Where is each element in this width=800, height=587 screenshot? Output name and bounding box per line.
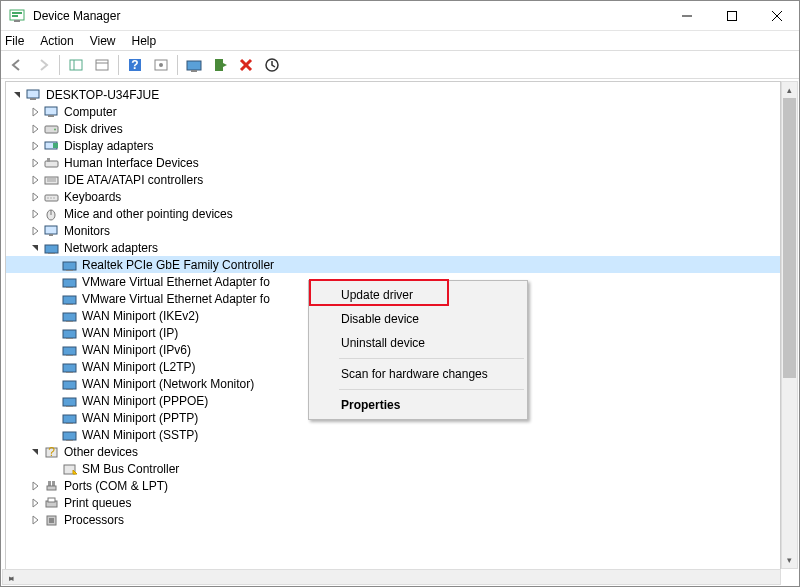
tree-category-keyboards[interactable]: Keyboards — [6, 188, 780, 205]
other-child-icon — [62, 462, 78, 476]
svg-rect-59 — [63, 381, 76, 389]
action-button[interactable] — [149, 53, 173, 77]
expand-icon[interactable] — [28, 156, 42, 170]
expand-icon[interactable] — [28, 139, 42, 153]
tree-category-computer[interactable]: Computer — [6, 103, 780, 120]
network-icon — [44, 241, 60, 255]
monitors-icon — [44, 224, 60, 238]
tree-item-label: DESKTOP-U34FJUE — [46, 88, 159, 102]
svg-rect-46 — [66, 270, 73, 271]
ctx-uninstall-device[interactable]: Uninstall device — [311, 331, 525, 355]
scroll-up-arrow[interactable]: ▴ — [782, 82, 797, 98]
scroll-right-arrow[interactable]: ▸ — [3, 570, 19, 586]
tree-category-hid[interactable]: Human Interface Devices — [6, 154, 780, 171]
svg-rect-57 — [63, 364, 76, 372]
vertical-scrollbar[interactable]: ▴ ▾ — [781, 81, 798, 569]
update-driver-button[interactable] — [182, 53, 206, 77]
ctx-label: Uninstall device — [341, 336, 425, 350]
tree-category-disk-drives[interactable]: Disk drives — [6, 120, 780, 137]
expander-spacer — [46, 394, 60, 408]
tree-category-print-queues[interactable]: Print queues — [6, 494, 780, 511]
tree-device-other-0[interactable]: SM Bus Controller — [6, 460, 780, 477]
collapse-icon[interactable] — [28, 241, 42, 255]
svg-rect-17 — [191, 70, 197, 72]
minimize-button[interactable] — [664, 1, 709, 30]
svg-rect-71 — [48, 481, 51, 486]
ctx-label: Update driver — [341, 288, 413, 302]
tree-category-ports[interactable]: Ports (COM & LPT) — [6, 477, 780, 494]
tree-item-label: Human Interface Devices — [64, 156, 199, 170]
forward-button[interactable] — [31, 53, 55, 77]
collapse-icon[interactable] — [10, 88, 24, 102]
net-child-icon — [62, 292, 78, 306]
svg-rect-52 — [66, 321, 73, 322]
svg-rect-60 — [66, 389, 73, 390]
expander-spacer — [46, 343, 60, 357]
show-hide-tree-button[interactable] — [64, 53, 88, 77]
expander-spacer — [46, 309, 60, 323]
svg-rect-77 — [49, 518, 54, 523]
menu-help[interactable]: Help — [132, 34, 157, 48]
tree-item-label: Keyboards — [64, 190, 121, 204]
menu-file[interactable]: File — [5, 34, 24, 48]
expand-icon[interactable] — [28, 479, 42, 493]
properties-button[interactable] — [90, 53, 114, 77]
horizontal-scrollbar[interactable]: ◂ ▸ — [2, 569, 781, 585]
expand-icon[interactable] — [28, 105, 42, 119]
mice-icon — [44, 207, 60, 221]
scroll-thumb[interactable] — [783, 98, 796, 378]
svg-rect-30 — [45, 161, 58, 167]
expand-icon[interactable] — [28, 122, 42, 136]
tree-category-mice[interactable]: Mice and other pointing devices — [6, 205, 780, 222]
help-button[interactable]: ? — [123, 53, 147, 77]
tree-item-label: Ports (COM & LPT) — [64, 479, 168, 493]
scroll-down-arrow[interactable]: ▾ — [782, 552, 797, 568]
tree-category-ide[interactable]: IDE ATA/ATAPI controllers — [6, 171, 780, 188]
close-button[interactable] — [754, 1, 799, 30]
menu-view[interactable]: View — [90, 34, 116, 48]
menu-action[interactable]: Action — [40, 34, 73, 48]
net-child-icon — [62, 411, 78, 425]
ctx-update-driver[interactable]: Update driver — [311, 283, 525, 307]
svg-rect-2 — [12, 15, 18, 17]
uninstall-button[interactable] — [234, 53, 258, 77]
svg-rect-62 — [66, 406, 73, 407]
tree-item-label: Disk drives — [64, 122, 123, 136]
processors-icon — [44, 513, 60, 527]
expand-icon[interactable] — [28, 173, 42, 187]
enable-device-button[interactable] — [208, 53, 232, 77]
tree-item-label: IDE ATA/ATAPI controllers — [64, 173, 203, 187]
svg-rect-41 — [45, 226, 57, 234]
tree-device-network-0[interactable]: Realtek PCIe GbE Family Controller — [6, 256, 780, 273]
svg-rect-3 — [14, 20, 20, 22]
svg-rect-64 — [66, 423, 73, 424]
expand-icon[interactable] — [28, 496, 42, 510]
expand-icon[interactable] — [28, 207, 42, 221]
tree-item-label: VMware Virtual Ethernet Adapter fo — [82, 292, 270, 306]
tree-category-monitors[interactable]: Monitors — [6, 222, 780, 239]
tree-category-display-adapters[interactable]: Display adapters — [6, 137, 780, 154]
ctx-properties[interactable]: Properties — [311, 393, 525, 417]
tree-item-label: Display adapters — [64, 139, 153, 153]
ctx-disable-device[interactable]: Disable device — [311, 307, 525, 331]
expand-icon[interactable] — [28, 190, 42, 204]
scan-hardware-button[interactable] — [260, 53, 284, 77]
svg-point-15 — [159, 63, 163, 67]
expand-icon[interactable] — [28, 513, 42, 527]
expander-spacer — [46, 377, 60, 391]
maximize-button[interactable] — [709, 1, 754, 30]
tree-device-network-10[interactable]: WAN Miniport (SSTP) — [6, 426, 780, 443]
expander-spacer — [46, 326, 60, 340]
tree-root[interactable]: DESKTOP-U34FJUE — [6, 86, 780, 103]
tree-category-processors[interactable]: Processors — [6, 511, 780, 528]
svg-rect-29 — [53, 143, 58, 148]
svg-point-27 — [54, 128, 56, 130]
net-child-icon — [62, 258, 78, 272]
ctx-scan-hardware[interactable]: Scan for hardware changes — [311, 362, 525, 386]
collapse-icon[interactable] — [28, 445, 42, 459]
expand-icon[interactable] — [28, 224, 42, 238]
tree-category-other[interactable]: ?Other devices — [6, 443, 780, 460]
back-button[interactable] — [5, 53, 29, 77]
svg-rect-25 — [48, 115, 54, 117]
tree-category-network[interactable]: Network adapters — [6, 239, 780, 256]
